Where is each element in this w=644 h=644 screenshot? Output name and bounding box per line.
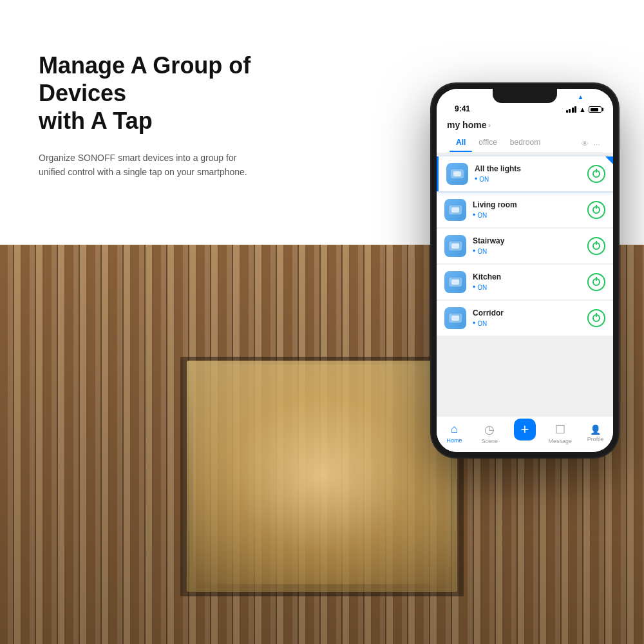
device-icon-all-lights — [446, 163, 468, 185]
signal-bars-icon — [566, 106, 577, 113]
tab-all[interactable]: All — [450, 135, 472, 152]
device-status-kitchen: ON — [473, 283, 587, 292]
phone-notch — [493, 89, 557, 103]
device-item-corridor[interactable]: ▲ Corridor ON — [437, 301, 613, 336]
device-icon-inner — [451, 169, 464, 178]
device-status-stairway: ON — [473, 247, 587, 256]
power-icon-kitchen — [592, 278, 600, 286]
nav-home-label: Home — [446, 437, 462, 444]
device-info-kitchen: Kitchen ON — [473, 272, 587, 292]
heading-line2: with A Tap — [39, 108, 153, 134]
device-icon-stairway — [444, 235, 466, 257]
app-title[interactable]: my home — [447, 120, 486, 130]
text-content: Manage A Group of Devices with A Tap Org… — [39, 39, 309, 179]
nav-profile-label: Profile — [587, 436, 604, 442]
device-item-kitchen[interactable]: ▲ Kitchen ON — [437, 265, 613, 299]
power-icon-stairway — [592, 242, 600, 250]
device-info-living: Living room ON — [473, 200, 587, 220]
nav-scene-label: Scene — [481, 438, 498, 444]
app-tabs: All office bedroom 👁 ··· — [447, 135, 603, 153]
wifi-icon: ▲ — [579, 106, 586, 113]
profile-icon: 👤 — [590, 424, 601, 435]
device-icon-kitchen — [444, 271, 466, 293]
device-item-all-lights[interactable]: All the lights ON — [437, 156, 613, 191]
power-button-all-lights[interactable] — [587, 165, 605, 183]
nav-message-label: Message — [549, 438, 573, 444]
nav-profile[interactable]: 👤 Profile — [578, 424, 613, 442]
home-icon: ⌂ — [451, 422, 458, 436]
power-button-corridor[interactable] — [587, 309, 605, 327]
page-wrapper: Manage A Group of Devices with A Tap Org… — [0, 0, 644, 644]
signal-bar-2 — [569, 109, 571, 113]
add-button[interactable]: + — [514, 419, 536, 440]
device-icon-living — [444, 199, 466, 221]
nav-message[interactable]: ☐ Message — [542, 422, 578, 444]
device-status-corridor: ON — [473, 319, 587, 328]
phone-screen: 9:41 ▲ my home — [437, 89, 613, 452]
device-info-stairway: Stairway ON — [473, 236, 587, 256]
device-icon-inner-kitchen — [449, 278, 462, 287]
device-icon-corridor — [444, 307, 466, 329]
power-button-stairway[interactable] — [587, 237, 605, 255]
device-list: All the lights ON ▲ Living room ON — [437, 153, 613, 416]
device-name-kitchen: Kitchen — [473, 272, 587, 281]
description-text: Organize SONOFF smart devices into a gro… — [39, 151, 258, 180]
battery-fill — [591, 108, 598, 111]
device-name-corridor: Corridor — [473, 308, 587, 317]
heading-line1: Manage A Group of Devices — [39, 52, 251, 106]
device-item-living-room[interactable]: ▲ Living room ON — [437, 193, 613, 227]
device-status-living: ON — [473, 211, 587, 220]
power-icon-living — [592, 206, 600, 214]
eye-icon[interactable]: 👁 — [581, 139, 589, 149]
status-icons: ▲ — [566, 106, 601, 113]
device-icon-inner-corridor — [449, 314, 462, 323]
triangle-indicator — [605, 156, 613, 164]
main-heading: Manage A Group of Devices with A Tap — [39, 52, 309, 135]
scene-icon: ◷ — [484, 422, 495, 437]
device-name-stairway: Stairway — [473, 236, 587, 245]
bottom-nav: ⌂ Home ◷ Scene + ☐ Message 👤 Profile — [437, 416, 613, 452]
battery-icon — [589, 106, 601, 113]
device-name-living: Living room — [473, 200, 587, 209]
signal-bar-4 — [574, 106, 576, 113]
tab-bedroom[interactable]: bedroom — [504, 135, 547, 152]
interior-glow — [193, 365, 451, 584]
power-button-living[interactable] — [587, 201, 605, 219]
chevron-right-icon: › — [488, 122, 490, 129]
nav-add[interactable]: + — [507, 419, 543, 448]
device-icon-inner-living — [449, 205, 462, 214]
phone-mockup: 9:41 ▲ my home — [431, 84, 618, 457]
signal-bar-3 — [572, 108, 574, 113]
power-button-kitchen[interactable] — [587, 273, 605, 291]
device-icon-inner-stairway — [449, 242, 462, 251]
app-header: my home › All office bedroom 👁 ··· — [437, 117, 613, 153]
device-status-all-lights: ON — [475, 175, 587, 184]
device-item-stairway[interactable]: ▲ Stairway ON — [437, 229, 613, 263]
message-icon: ☐ — [555, 422, 565, 437]
more-icon[interactable]: ··· — [593, 139, 600, 149]
app-title-row: my home › — [447, 120, 603, 130]
power-icon-all-lights — [592, 170, 600, 178]
device-info-all-lights: All the lights ON — [475, 164, 587, 184]
status-time: 9:41 — [448, 104, 470, 113]
device-name-all-lights: All the lights — [475, 164, 587, 173]
device-info-corridor: Corridor ON — [473, 308, 587, 328]
nav-home[interactable]: ⌂ Home — [437, 422, 472, 444]
power-icon-corridor — [592, 314, 600, 322]
signal-bar-1 — [566, 110, 568, 113]
nav-scene[interactable]: ◷ Scene — [472, 422, 507, 444]
tab-office[interactable]: office — [472, 135, 503, 152]
